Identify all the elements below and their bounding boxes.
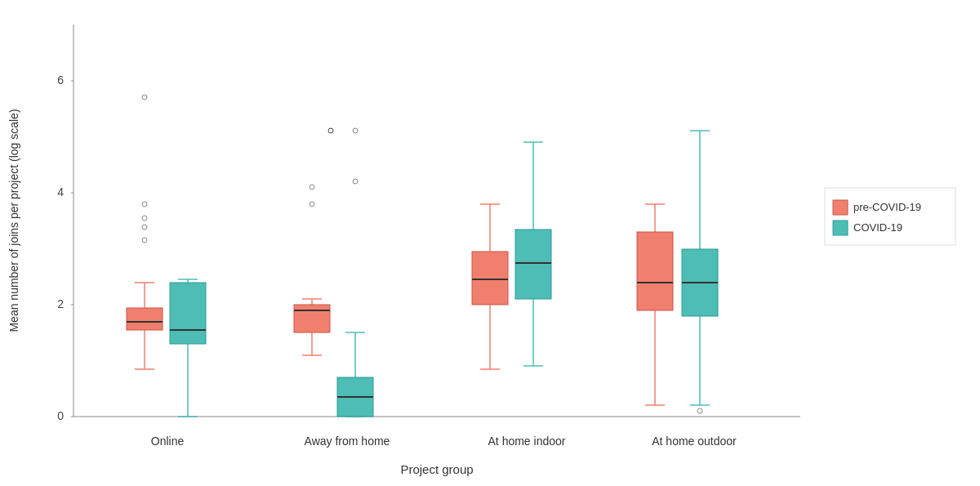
- svg-rect-0: [74, 20, 800, 421]
- x-label-online: Online: [151, 435, 185, 448]
- away-covid-outlier-1: [353, 128, 358, 133]
- away-covid-outlier-2: [353, 179, 358, 184]
- online-pre-outlier-2: [142, 216, 147, 221]
- online-pre-outlier-5: [142, 95, 147, 100]
- away-pre-outlier-2: [310, 185, 314, 189]
- outdoor-pre-box: [637, 232, 673, 310]
- legend-covid-label: COVID-19: [853, 221, 902, 234]
- online-covid-box: [170, 283, 206, 344]
- x-axis-title: Project group: [400, 462, 473, 476]
- outdoor-covid-outlier: [697, 408, 702, 413]
- online-pre-outlier-4: [142, 238, 147, 243]
- x-label-away: Away from home: [305, 435, 390, 448]
- online-pre-box: [127, 308, 163, 330]
- online-pre-outlier-1: [142, 202, 147, 207]
- y-tick-0: 0: [57, 409, 64, 422]
- away-pre-outlier-1: [310, 202, 314, 207]
- away-pre-box: [294, 305, 330, 332]
- legend-pre-color: [833, 200, 848, 215]
- legend-box: [825, 188, 956, 245]
- legend-covid-color: [833, 221, 848, 235]
- indoor-covid-box: [515, 230, 551, 299]
- y-axis-label: Mean number of joins per project (log sc…: [7, 109, 20, 332]
- online-pre-outlier-3: [142, 225, 147, 230]
- chart-container: 0 2 4 6 Mean number of joins per project…: [0, 0, 980, 486]
- y-tick-4: 4: [57, 185, 64, 198]
- x-label-indoor: At home indoor: [488, 435, 566, 448]
- away-outlier-top: [328, 128, 333, 133]
- y-tick-6: 6: [57, 74, 64, 87]
- x-label-outdoor: At home outdoor: [652, 435, 737, 448]
- indoor-pre-box: [472, 252, 508, 305]
- legend-pre-label: pre-COVID-19: [853, 201, 921, 213]
- chart-svg: 0 2 4 6 Mean number of joins per project…: [0, 0, 980, 486]
- y-tick-2: 2: [57, 297, 64, 310]
